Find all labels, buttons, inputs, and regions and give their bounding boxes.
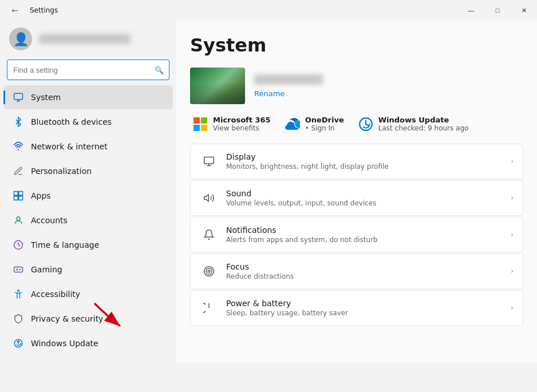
svg-point-17 <box>204 267 214 276</box>
apps-icon <box>13 190 24 201</box>
notifications-icon <box>200 225 218 244</box>
titlebar-left: ← Settings <box>7 2 58 18</box>
rename-link[interactable]: Rename <box>254 89 323 98</box>
search-icon: 🔍 <box>155 66 164 74</box>
sidebar-item-update[interactable]: Windows Update <box>3 331 173 355</box>
main-content: System Rename <box>176 21 537 363</box>
sidebar-item-label: Time & language <box>31 240 99 250</box>
svg-point-8 <box>18 290 19 292</box>
settings-item-text-display: Display Monitors, brightness, night ligh… <box>226 152 506 171</box>
svg-point-18 <box>206 268 212 274</box>
sidebar: 👤 🔍 System Bluetooth & devices Network &… <box>0 21 176 363</box>
maximize-button[interactable]: □ <box>484 1 511 19</box>
ms365-text: Microsoft 365 View benefits <box>213 116 271 132</box>
power-icon <box>200 299 218 317</box>
quick-link-ms365[interactable]: Microsoft 365 View benefits <box>192 116 271 132</box>
sidebar-item-system[interactable]: System <box>3 85 173 109</box>
chevron-icon-notifications: › <box>511 231 514 239</box>
page-title: System <box>190 34 523 56</box>
sidebar-item-time[interactable]: Time & language <box>3 233 173 257</box>
avatar: 👤 <box>9 27 32 50</box>
sidebar-item-label: Accessibility <box>31 290 80 299</box>
personalization-icon <box>13 165 24 177</box>
settings-item-text-power: Power & battery Sleep, battery usage, ba… <box>226 299 506 317</box>
svg-point-5 <box>17 217 20 220</box>
sidebar-item-privacy[interactable]: Privacy & security <box>3 307 173 331</box>
sidebar-item-apps[interactable]: Apps <box>3 184 173 208</box>
update-icon <box>13 338 24 349</box>
settings-list: Display Monitors, brightness, night ligh… <box>190 144 523 326</box>
focus-icon <box>200 262 218 280</box>
search-input[interactable] <box>7 60 169 80</box>
ms365-icon <box>192 116 208 132</box>
svg-marker-16 <box>204 195 209 201</box>
nav-list: System Bluetooth & devices Network & int… <box>0 85 176 356</box>
settings-item-name-display: Display <box>226 152 506 161</box>
settings-item-text-sound: Sound Volume levels, output, input, soun… <box>226 189 506 207</box>
settings-item-desc-notifications: Alerts from apps and system, do not dist… <box>226 236 506 244</box>
search-box: 🔍 <box>7 60 169 80</box>
chevron-icon-sound: › <box>511 194 514 202</box>
ms365-sub: View benefits <box>213 124 271 132</box>
titlebar-controls: — □ ✕ <box>458 1 537 19</box>
settings-item-name-focus: Focus <box>226 262 506 271</box>
settings-item-notifications[interactable]: Notifications Alerts from apps and syste… <box>190 217 523 252</box>
chevron-icon-power: › <box>511 304 514 312</box>
ms365-name: Microsoft 365 <box>213 116 271 124</box>
settings-item-name-sound: Sound <box>226 189 506 198</box>
settings-item-name-power: Power & battery <box>226 299 506 308</box>
quick-link-winupdate[interactable]: Windows Update Last checked: 9 hours ago <box>358 116 469 132</box>
svg-rect-0 <box>14 93 23 100</box>
svg-rect-12 <box>194 125 200 131</box>
settings-item-display[interactable]: Display Monitors, brightness, night ligh… <box>190 144 523 179</box>
quick-link-onedrive[interactable]: OneDrive • Sign In <box>285 116 344 132</box>
network-icon <box>13 141 24 152</box>
accounts-icon <box>13 215 24 226</box>
device-name <box>254 74 323 85</box>
sidebar-item-label: Accounts <box>31 216 68 225</box>
sidebar-item-network[interactable]: Network & internet <box>3 134 173 159</box>
svg-rect-11 <box>201 117 207 124</box>
settings-item-sound[interactable]: Sound Volume levels, output, input, soun… <box>190 180 523 216</box>
back-button[interactable]: ← <box>7 2 23 18</box>
gaming-icon <box>13 264 24 275</box>
minimize-button[interactable]: — <box>458 1 484 19</box>
system-icon <box>13 92 24 103</box>
titlebar-title: Settings <box>30 6 58 14</box>
sidebar-item-label: Gaming <box>31 265 62 274</box>
time-icon <box>13 239 24 251</box>
svg-point-19 <box>208 270 210 272</box>
sidebar-item-bluetooth[interactable]: Bluetooth & devices <box>3 110 173 134</box>
settings-item-name-notifications: Notifications <box>226 225 506 235</box>
app-body: 👤 🔍 System Bluetooth & devices Network &… <box>0 21 537 363</box>
sidebar-item-label: Windows Update <box>31 339 98 348</box>
settings-item-focus[interactable]: Focus Reduce distractions › <box>190 254 523 289</box>
user-profile[interactable]: 👤 <box>0 21 176 60</box>
settings-item-power[interactable]: Power & battery Sleep, battery usage, ba… <box>190 290 523 326</box>
sidebar-item-accessibility[interactable]: Accessibility <box>3 282 173 306</box>
sound-icon <box>200 189 218 207</box>
sidebar-item-accounts[interactable]: Accounts <box>3 208 173 232</box>
user-icon: 👤 <box>13 32 29 46</box>
settings-item-desc-power: Sleep, battery usage, battery saver <box>226 309 506 317</box>
svg-rect-1 <box>14 192 18 196</box>
svg-rect-2 <box>19 192 23 196</box>
chevron-icon-display: › <box>511 157 514 165</box>
settings-item-text-focus: Focus Reduce distractions <box>226 262 506 280</box>
titlebar: ← Settings — □ ✕ <box>0 0 537 21</box>
onedrive-name: OneDrive <box>305 116 344 124</box>
sidebar-item-label: System <box>31 93 61 102</box>
sidebar-item-label: Bluetooth & devices <box>31 117 112 126</box>
close-button[interactable]: ✕ <box>511 1 537 19</box>
hero-right: Rename <box>254 74 323 98</box>
user-name <box>39 34 131 44</box>
svg-rect-10 <box>194 117 200 124</box>
svg-rect-7 <box>14 267 23 272</box>
quick-links: Microsoft 365 View benefits OneDr <box>190 116 523 132</box>
sidebar-item-gaming[interactable]: Gaming <box>3 258 173 282</box>
svg-rect-13 <box>201 125 207 131</box>
sidebar-item-label: Privacy & security <box>31 314 103 323</box>
settings-item-desc-sound: Volume levels, output, input, sound devi… <box>226 199 506 207</box>
device-image <box>190 68 245 104</box>
sidebar-item-personalization[interactable]: Personalization <box>3 159 173 183</box>
